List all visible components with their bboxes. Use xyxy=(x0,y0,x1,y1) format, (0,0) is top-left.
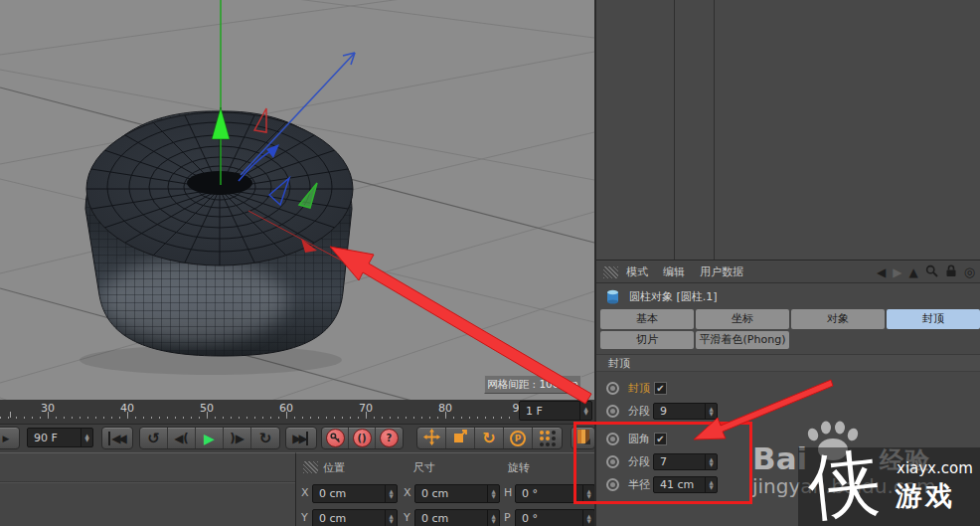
question-icon: ? xyxy=(380,429,399,447)
menu-user-data[interactable]: 用户数据 xyxy=(700,264,743,279)
timeline-ruler[interactable]: 30 40 50 60 70 80 9 xyxy=(0,400,594,425)
goto-end-icon: ▶▶ xyxy=(292,432,307,445)
play-backward-button[interactable]: ↺ xyxy=(140,428,168,448)
parent-up-icon[interactable]: ▲ xyxy=(908,265,917,279)
record-position-button[interactable] xyxy=(417,428,446,448)
autokey-button[interactable]: () xyxy=(349,428,376,448)
menu-mode[interactable]: 模式 xyxy=(626,264,648,279)
play-button[interactable]: ▶ xyxy=(196,428,224,448)
tab-row-primary: 基本 坐标 对象 封顶 xyxy=(600,309,980,329)
stepper-arrows-icon[interactable] xyxy=(385,510,397,526)
property-label: 分段 xyxy=(628,454,653,469)
search-icon[interactable] xyxy=(925,264,938,280)
record-rotation-button[interactable]: ↻ xyxy=(475,428,504,448)
record-keyframe-button[interactable] xyxy=(322,428,349,448)
fillet-radius-field[interactable]: 41 cm xyxy=(653,476,718,493)
loop-forward-icon: ↻ xyxy=(259,430,272,447)
goto-start-icon: ◀◀ xyxy=(108,432,123,445)
property-label: 半径 xyxy=(628,477,653,492)
stepper-arrows-icon[interactable] xyxy=(487,510,499,526)
panel-grip-icon[interactable] xyxy=(603,266,618,278)
keyframe-circle-icon[interactable] xyxy=(606,433,619,445)
fillet-checkbox[interactable]: ✔ xyxy=(654,433,667,445)
viewport-3d[interactable]: 网格间距 : 100 cm xyxy=(0,0,594,400)
history-forward-icon[interactable]: ▶ xyxy=(893,265,901,279)
keyframe-circle-icon[interactable] xyxy=(606,405,619,418)
tab-basic[interactable]: 基本 xyxy=(600,309,694,329)
keyframe-circle-icon[interactable] xyxy=(606,382,619,395)
caps-section-header[interactable]: 封顶 xyxy=(596,354,980,372)
property-row-cap-segments: 分段 9 xyxy=(596,402,980,421)
timeline-panel-empty[interactable] xyxy=(596,0,980,261)
stepper-arrows-icon[interactable] xyxy=(705,404,717,419)
next-key-icon: )▶ xyxy=(230,432,245,445)
stepper-arrows-icon[interactable] xyxy=(582,485,594,502)
position-header: 位置 xyxy=(323,460,345,475)
record-parameter-button[interactable]: P xyxy=(504,428,533,448)
grid-spacing-label: 网格间距 : 100 cm xyxy=(484,375,581,394)
prev-key-button[interactable]: ◀( xyxy=(168,428,196,448)
stepper-arrows-icon[interactable] xyxy=(385,485,397,502)
object-title: 圆柱对象 [圆柱.1] xyxy=(629,289,718,304)
keyframe-circle-icon[interactable] xyxy=(606,455,619,468)
goto-end-button[interactable]: ▶▶ xyxy=(285,427,317,449)
mini-play-button[interactable]: ▶ xyxy=(0,427,20,449)
history-back-icon[interactable]: ◀ xyxy=(877,265,886,279)
tab-caps[interactable]: 封顶 xyxy=(887,309,980,329)
attribute-manager: 模式 编辑 用户数据 ◀ ▶ ▲ ◎ 圆柱对象 [圆 xyxy=(594,0,980,526)
coord-label: Y xyxy=(404,511,410,524)
tab-phong[interactable]: 平滑着色(Phong) xyxy=(696,331,789,349)
stepper-arrows-icon[interactable] xyxy=(487,485,499,502)
stepper-arrows-icon[interactable] xyxy=(582,510,594,526)
loop-back-icon: ↺ xyxy=(147,430,160,447)
menu-edit[interactable]: 编辑 xyxy=(663,264,685,279)
layer-browser-button[interactable] xyxy=(571,427,595,449)
lock-icon[interactable] xyxy=(945,264,957,280)
keyframe-circle-icon[interactable] xyxy=(606,478,619,491)
coord-label: Y xyxy=(301,511,308,524)
cylinder-object-icon xyxy=(606,289,619,304)
coordinates-panel: 位置 尺寸 旋转 X 0 cm X 0 cm H 0 ° Y 0 cm Y 0 … xyxy=(295,452,594,526)
rotation-p-field[interactable]: 0 ° xyxy=(515,509,594,526)
keyframe-options-button[interactable]: ? xyxy=(376,428,403,448)
coord-label: P xyxy=(504,511,511,524)
position-y-field[interactable]: 0 cm xyxy=(312,509,398,526)
stepper-arrows-icon[interactable] xyxy=(705,454,717,469)
range-end-field[interactable]: 1 F xyxy=(519,401,592,421)
play-icon: ▶ xyxy=(204,431,215,446)
property-label: 圆角 xyxy=(628,432,653,446)
coord-label: H xyxy=(504,486,512,499)
next-key-button[interactable]: )▶ xyxy=(224,428,251,448)
property-label: 分段 xyxy=(628,404,653,419)
tab-coordinates[interactable]: 坐标 xyxy=(696,309,789,329)
goto-start-button[interactable]: ◀◀ xyxy=(101,427,133,449)
property-row-fillet-segments: 分段 7 xyxy=(596,452,980,471)
size-x-field[interactable]: 0 cm xyxy=(414,484,500,503)
material-manager-panel[interactable] xyxy=(0,452,295,526)
tab-slice[interactable]: 切片 xyxy=(600,331,694,349)
record-pla-button[interactable] xyxy=(533,428,562,448)
stepper-arrows-icon[interactable] xyxy=(579,402,591,420)
parentheses-icon: () xyxy=(353,429,372,447)
play-forward-button[interactable]: ↻ xyxy=(251,428,279,448)
tab-row-secondary: 切片 平滑着色(Phong) xyxy=(600,331,789,349)
cap-segments-field[interactable]: 9 xyxy=(653,403,718,420)
current-frame-field[interactable]: 90 F xyxy=(27,428,93,447)
panel-grip-icon[interactable] xyxy=(303,461,318,473)
position-x-field[interactable]: 0 cm xyxy=(312,484,398,503)
tab-object[interactable]: 对象 xyxy=(791,309,885,329)
focus-target-icon[interactable]: ◎ xyxy=(964,264,975,279)
prev-key-icon: ◀( xyxy=(174,432,189,445)
rotation-h-field[interactable]: 0 ° xyxy=(515,484,594,503)
rotate-icon: ↻ xyxy=(482,429,495,447)
stepper-arrows-icon[interactable] xyxy=(81,429,92,446)
record-scale-button[interactable] xyxy=(446,428,475,448)
stepper-arrows-icon[interactable] xyxy=(705,477,717,492)
object-header[interactable]: 圆柱对象 [圆柱.1] xyxy=(596,285,980,307)
coord-label: X xyxy=(404,486,411,499)
viewport-scene xyxy=(0,0,594,400)
fillet-segments-field[interactable]: 7 xyxy=(653,453,718,470)
attribute-menu-bar: 模式 编辑 用户数据 ◀ ▶ ▲ ◎ xyxy=(596,262,980,283)
caps-checkbox[interactable]: ✔ xyxy=(654,382,667,395)
size-y-field[interactable]: 0 cm xyxy=(414,509,500,526)
